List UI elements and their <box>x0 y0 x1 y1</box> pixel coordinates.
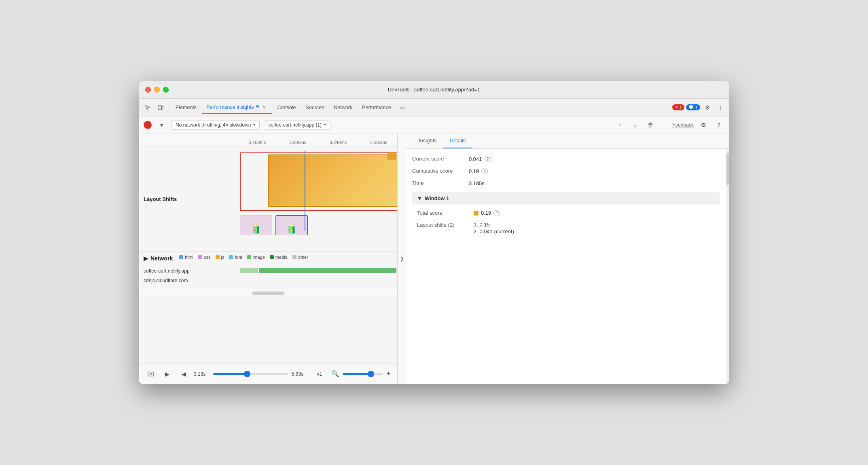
tab-details[interactable]: Details <box>443 133 472 148</box>
layout-shifts-label: Layout Shifts <box>144 196 177 202</box>
close-button[interactable] <box>145 87 151 93</box>
legend-html: html <box>179 255 193 260</box>
svg-rect-1 <box>161 106 163 109</box>
download-icon[interactable]: ↓ <box>629 119 641 131</box>
device-icon[interactable] <box>155 102 166 113</box>
collapse-panel-button[interactable]: ❯ <box>398 133 406 384</box>
detail-layout-shifts: Layout shifts (2) 1. 0.15 2. 0.041 (curr… <box>417 222 720 235</box>
svg-point-3 <box>150 373 152 375</box>
timeline-slider[interactable] <box>213 373 288 375</box>
right-panel-tabs: Insights Details <box>406 133 729 149</box>
tab-elements[interactable]: Elements <box>171 102 201 113</box>
cursor-icon[interactable] <box>142 102 153 113</box>
chevron-down-icon: ▾ <box>253 123 255 127</box>
detail-total-score: Total score 0.19 ? <box>417 209 720 217</box>
info-badge[interactable]: 💬 1 <box>686 104 700 110</box>
settings-icon-2[interactable]: ⚙ <box>698 119 709 131</box>
titlebar: DevTools - coffee-cart.netlify.app/?ad=1 <box>139 81 729 99</box>
detail-time: Time 3.185s <box>412 180 720 187</box>
close-tab-button[interactable]: × <box>261 104 268 110</box>
delete-icon[interactable]: 🗑 <box>645 119 656 131</box>
time-range: 3.13s 5.93s <box>194 371 308 377</box>
horizontal-scrollbar[interactable] <box>139 289 397 297</box>
screenshot-icon[interactable] <box>145 368 157 380</box>
thumbnail-after[interactable]: 🧃 <box>275 215 308 235</box>
tab-performance[interactable]: Performance <box>358 102 395 113</box>
network-row-1[interactable]: coffee-cart.netlify.app <box>139 266 397 276</box>
network-header[interactable]: ▶ Network <box>144 255 173 262</box>
help-icon[interactable]: ? <box>713 119 724 131</box>
network-rows: coffee-cart.netlify.app cdnjs.cloudflare… <box>139 266 397 285</box>
zoom-slider[interactable] <box>343 373 383 375</box>
origin-dropdown[interactable]: coffee-cart.netlify.app (1) ▾ <box>264 120 330 130</box>
chevron-down-icon-2: ▾ <box>324 123 326 127</box>
network-section: ▶ Network html css <box>139 252 397 289</box>
maximize-button[interactable] <box>163 87 169 93</box>
zoom-in-icon[interactable]: + <box>386 370 391 378</box>
svg-rect-2 <box>148 372 154 376</box>
bar-main-1 <box>259 268 396 273</box>
time-marker-3: 3,240ms <box>330 140 347 145</box>
skip-to-start-button[interactable]: |◀ <box>178 368 189 380</box>
upload-icon[interactable]: ↑ <box>614 119 625 131</box>
throttle-dropdown[interactable]: No network throttling, 4× slowdown ▾ <box>171 120 260 130</box>
network-bar-area-1 <box>236 268 397 274</box>
more-tabs-button[interactable]: >> <box>397 102 408 113</box>
triangle-down-icon: ▼ <box>417 195 422 201</box>
layout-shifts-values: 1. 0.15 2. 0.041 (current) <box>474 222 514 235</box>
window-title: DevTools - coffee-cart.netlify.app/?ad=1 <box>388 87 480 93</box>
network-row-2[interactable]: cdnjs.cloudflare.com <box>139 276 397 285</box>
tab-toolbar: Elements Performance insights ⚑ × Consol… <box>139 99 729 116</box>
legend-css: css <box>198 255 211 260</box>
secondary-toolbar: ▾ No network throttling, 4× slowdown ▾ c… <box>139 116 729 133</box>
time-end: 5.93s <box>292 371 308 377</box>
tab-performance-insights[interactable]: Performance insights ⚑ × <box>202 101 271 114</box>
network-row-label-1: coffee-cart.netlify.app <box>139 268 236 274</box>
time-marker-2: 3,200ms <box>289 140 306 145</box>
red-selection-box <box>240 152 397 211</box>
more-options-icon[interactable]: ⋮ <box>715 102 726 113</box>
vertical-scrollbar[interactable] <box>726 149 729 384</box>
tab-console[interactable]: Console <box>273 102 300 113</box>
tab-sources[interactable]: Sources <box>301 102 328 113</box>
scrollbar-thumb[interactable] <box>252 292 284 295</box>
play-button[interactable]: ▶ <box>161 368 173 380</box>
help-icon-2[interactable]: ? <box>481 168 488 174</box>
thumbnail-area: 🧃 🧃 <box>240 215 308 235</box>
legend-media: media <box>270 255 288 260</box>
traffic-lights <box>145 87 169 93</box>
html-dot <box>179 255 183 259</box>
tab-insights[interactable]: Insights <box>412 133 443 148</box>
flag-icon: ⚑ <box>256 104 260 110</box>
dropdown-arrow[interactable]: ▾ <box>156 119 167 131</box>
indicator-square <box>387 152 396 160</box>
image-dot <box>247 255 251 259</box>
vertical-scrollbar-thumb[interactable] <box>726 153 729 185</box>
time-marker-4: 3,280ms <box>370 140 387 145</box>
tab-network[interactable]: Network <box>330 102 356 113</box>
record-button[interactable] <box>144 121 152 129</box>
help-icon-1[interactable]: ? <box>485 156 491 162</box>
legend-other: other <box>292 255 308 260</box>
zoom-out-icon[interactable]: 🔍 <box>331 370 339 378</box>
network-legend: html css js <box>179 255 308 260</box>
network-row-label-2: cdnjs.cloudflare.com <box>139 278 236 283</box>
current-score-label: Current score <box>412 155 469 163</box>
bar-pre-1 <box>240 268 258 273</box>
speed-badge[interactable]: x1 <box>313 370 327 378</box>
zoom-thumb[interactable] <box>368 371 374 377</box>
layout-shifts-detail-label: Layout shifts (2) <box>417 222 474 235</box>
bottom-toolbar: ▶ |◀ 3.13s 5.93s x1 🔍 <box>139 363 397 384</box>
feedback-link[interactable]: Feedback <box>672 122 694 128</box>
settings-icon[interactable]: ⚙ <box>702 102 713 113</box>
network-bar-1 <box>240 268 396 273</box>
legend-js: js <box>216 255 224 260</box>
error-badge[interactable]: ✕ 1 <box>672 104 684 110</box>
help-icon-3[interactable]: ? <box>493 210 500 216</box>
minimize-button[interactable] <box>154 87 160 93</box>
slider-thumb[interactable] <box>244 371 250 377</box>
thumbnail-before[interactable]: 🧃 <box>240 215 272 235</box>
layout-shifts-vis: 🧃 🧃 <box>236 146 397 235</box>
total-score-value: 0.19 ? <box>474 209 500 217</box>
timeline-header: 3,160ms 3,200ms 3,240ms 3,280ms <box>139 133 397 146</box>
